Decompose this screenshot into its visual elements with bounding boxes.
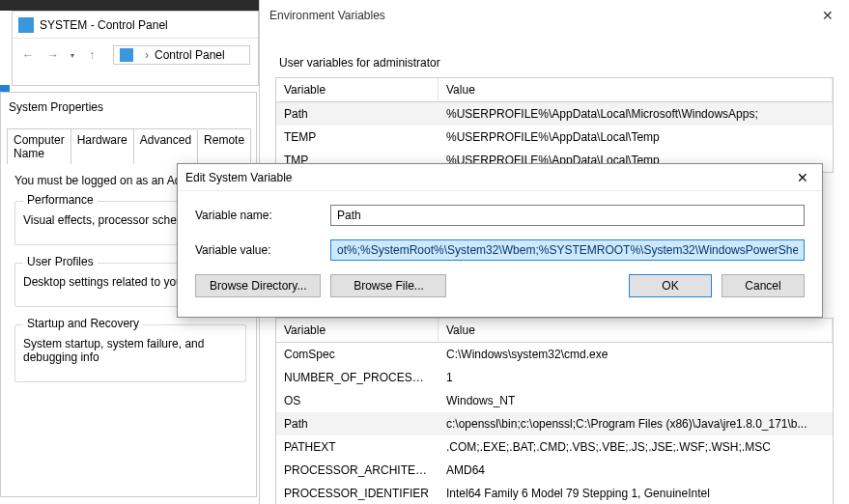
env-title: Environment Variables — [269, 9, 385, 22]
cell-value: Intel64 Family 6 Model 79 Stepping 1, Ge… — [439, 484, 833, 503]
cell-variable: NUMBER_OF_PROCESSORS — [276, 368, 439, 387]
table-row[interactable]: PATHEXT.COM;.EXE;.BAT;.CMD;.VBS;.VBE;.JS… — [276, 435, 833, 459]
cell-value: AMD64 — [439, 461, 833, 480]
chevron-right-icon: › — [145, 48, 149, 62]
explorer-nav-bar: ← → ▾ ↑ › Control Panel — [13, 39, 258, 71]
cell-variable: TEMP — [276, 127, 439, 147]
tab-remote[interactable]: Remote — [197, 128, 251, 164]
cell-variable: PROCESSOR_IDENTIFIER — [276, 484, 439, 503]
variable-value-label: Variable value: — [195, 243, 330, 257]
user-vars-table[interactable]: Variable Value Path%USERPROFILE%\AppData… — [275, 77, 834, 173]
system-properties-title: System Properties — [1, 93, 256, 124]
table-row[interactable]: TEMP%USERPROFILE%\AppData\Local\Temp — [276, 126, 833, 149]
browse-file-button[interactable]: Browse File... — [330, 274, 446, 297]
cell-value: Windows_NT — [439, 391, 833, 410]
table-row[interactable]: ComSpecC:\Windows\system32\cmd.exe — [276, 343, 833, 366]
table-row[interactable]: OSWindows_NT — [276, 389, 833, 412]
edit-dialog-title: Edit System Variable — [185, 171, 293, 184]
browse-directory-button[interactable]: Browse Directory... — [195, 274, 321, 297]
table-row[interactable]: NUMBER_OF_PROCESSORS1 — [276, 366, 833, 389]
cell-variable: PROCESSOR_ARCHITECTURE — [276, 461, 439, 480]
env-titlebar: Environment Variables ✕ — [260, 0, 849, 31]
nav-forward-icon[interactable]: → — [45, 47, 61, 63]
system-vars-table[interactable]: Variable Value ComSpecC:\Windows\system3… — [275, 318, 834, 504]
cancel-button[interactable]: Cancel — [722, 274, 805, 297]
table-row[interactable]: PROCESSOR_IDENTIFIERIntel64 Family 6 Mod… — [276, 482, 833, 504]
col-variable[interactable]: Variable — [276, 78, 439, 101]
table-row[interactable]: Pathc:\openssl\bin;c:\openssl;C:\Program… — [276, 412, 833, 435]
control-panel-title: SYSTEM - Control Panel — [40, 18, 168, 32]
control-panel-titlebar: SYSTEM - Control Panel — [13, 12, 258, 39]
nav-history-caret-icon[interactable]: ▾ — [71, 51, 74, 60]
cell-value: 1 — [439, 368, 833, 387]
cell-value: .COM;.EXE;.BAT;.CMD;.VBS;.VBE;.JS;.JSE;.… — [439, 437, 833, 457]
cell-value: %USERPROFILE%\AppData\Local\Temp — [439, 127, 833, 147]
cell-variable: ComSpec — [276, 345, 439, 364]
nav-back-icon[interactable]: ← — [20, 47, 36, 63]
edit-dialog-titlebar: Edit System Variable ✕ — [178, 164, 822, 191]
cell-variable: Path — [276, 104, 439, 124]
control-panel-path-icon — [120, 48, 133, 62]
system-properties-tabstrip: Computer Name Hardware Advanced Remote — [7, 127, 250, 164]
user-vars-header: Variable Value — [276, 78, 833, 102]
performance-group-title: Performance — [23, 193, 98, 207]
close-icon[interactable]: ✕ — [791, 168, 814, 187]
col-value[interactable]: Value — [439, 319, 833, 342]
nav-up-icon[interactable]: ↑ — [84, 47, 99, 63]
breadcrumb-item[interactable]: Control Panel — [155, 48, 225, 62]
col-value[interactable]: Value — [439, 78, 833, 101]
cell-variable: OS — [276, 391, 439, 410]
startup-recovery-text: System startup, system failure, and debu… — [23, 337, 238, 364]
cell-variable: Path — [276, 414, 439, 434]
ok-button[interactable]: OK — [629, 274, 712, 297]
variable-name-input[interactable] — [330, 205, 805, 226]
tab-hardware[interactable]: Hardware — [71, 128, 134, 164]
cell-variable: PATHEXT — [276, 437, 439, 457]
user-vars-section-label: User variables for administrator — [279, 56, 834, 70]
edit-system-variable-dialog: Edit System Variable ✕ Variable name: Va… — [177, 163, 823, 318]
tab-computer-name[interactable]: Computer Name — [7, 128, 71, 164]
cell-value: c:\openssl\bin;c:\openssl;C:\Program Fil… — [439, 414, 833, 434]
close-icon[interactable]: ✕ — [816, 6, 839, 25]
breadcrumb[interactable]: › Control Panel — [113, 45, 250, 65]
col-variable[interactable]: Variable — [276, 319, 439, 342]
startup-recovery-group-title: Startup and Recovery — [23, 317, 143, 330]
table-row[interactable]: PROCESSOR_ARCHITECTUREAMD64 — [276, 459, 833, 482]
variable-value-input[interactable] — [330, 239, 805, 261]
startup-recovery-groupbox: Startup and Recovery System startup, sys… — [14, 324, 246, 382]
control-panel-window: SYSTEM - Control Panel ← → ▾ ↑ › Control… — [12, 11, 259, 86]
variable-name-label: Variable name: — [195, 209, 330, 222]
user-profiles-group-title: User Profiles — [23, 255, 98, 268]
cell-value: C:\Windows\system32\cmd.exe — [439, 345, 833, 364]
table-row[interactable]: Path%USERPROFILE%\AppData\Local\Microsof… — [276, 102, 833, 126]
cell-value: %USERPROFILE%\AppData\Local\Microsoft\Wi… — [439, 104, 833, 124]
control-panel-icon — [18, 17, 34, 33]
system-vars-header: Variable Value — [276, 319, 833, 343]
tab-advanced[interactable]: Advanced — [133, 128, 198, 164]
